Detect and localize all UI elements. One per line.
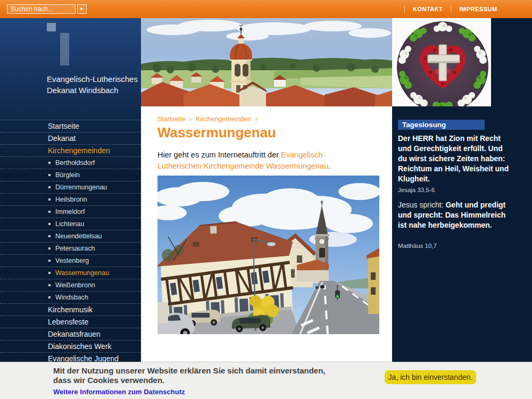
page-title: Wassermungenau <box>157 124 276 141</box>
breadcrumb-link-startseite[interactable]: Startseite <box>157 115 186 123</box>
intro-text: Hier geht es zum Internetauftritt der <box>157 151 281 159</box>
logo-icon <box>47 23 56 31</box>
sidebar-item-wassermungenau[interactable]: Wassermungenau <box>0 267 141 279</box>
cookie-accept-button[interactable]: Ja, ich bin einverstanden. <box>385 370 476 384</box>
sidebar-item-diakonisches-werk[interactable]: Diakonisches Werk <box>0 340 141 353</box>
sidebar-item-label: Weißenbronn <box>55 281 95 289</box>
sidebar-item-label: Vestenberg <box>55 257 89 264</box>
bullet-icon <box>48 223 51 225</box>
cookie-consent-bar: Mit der Nutzung unserer Website erklären… <box>0 362 532 399</box>
bullet-icon <box>48 296 51 298</box>
sidebar-item-weissenbronn[interactable]: Weißenbronn <box>0 279 141 292</box>
site-title-line2: Dekanat Windsbach <box>47 85 138 96</box>
impressum-link[interactable]: IMPRESSUM <box>451 6 505 12</box>
right-edge-building <box>367 248 379 314</box>
datenschutz-link[interactable]: Weitere Informationen zum Datenschutz <box>53 388 185 396</box>
sidebar-item-immeldorf[interactable]: Immeldorf <box>0 206 141 218</box>
bullet-icon <box>48 235 51 237</box>
header-photo-church-panorama <box>141 18 392 106</box>
search-input[interactable] <box>7 4 76 14</box>
sidebar-item-label: Wassermungenau <box>55 269 109 277</box>
sidebar-item-buerglein[interactable]: Bürglein <box>0 169 141 181</box>
verse2-intro: Jesus spricht: <box>398 201 445 209</box>
tageslosung-ref2: Matthäus 10,7 <box>398 243 437 249</box>
tageslosung-verse2: Jesus spricht: Geht und predigt und spre… <box>398 200 510 230</box>
sidebar-item-dekanatsfrauen[interactable]: Dekanatsfrauen <box>0 328 141 340</box>
header-photo-flower-heart <box>392 18 491 106</box>
top-bar: ► KONTAKT IMPRESSUM <box>0 0 532 18</box>
sidebar-item-kirchengemeinden[interactable]: Kirchengemeinden <box>0 145 141 157</box>
breadcrumb-separator: › <box>189 115 192 123</box>
sidebar-item-label: Immeldorf <box>55 208 85 215</box>
right-column: Tageslosung Der HERR hat Zion mit Recht … <box>392 18 532 399</box>
logo-icon <box>60 33 69 65</box>
bullet-icon <box>48 272 51 274</box>
sidebar-item-duerrenmungenau[interactable]: Dürrenmungenau <box>0 181 141 194</box>
sidebar-item-petersaurach[interactable]: Petersaurach <box>0 243 141 255</box>
sidebar: Evangelisch-Lutherisches Dekanat Windsba… <box>0 18 141 399</box>
tageslosung-ref1: Jesaja 33,5-6 <box>398 187 435 193</box>
bullet-icon <box>48 174 51 176</box>
sidebar-item-startseite[interactable]: Startseite <box>0 120 141 132</box>
intro-text-end: . <box>328 162 330 170</box>
cookie-message-line1: Mit der Nutzung unserer Website erklären… <box>53 366 326 375</box>
tageslosung-header: Tageslosung <box>398 120 485 130</box>
breadcrumb: Startseite › Kirchengemeinden › <box>157 115 260 123</box>
search-submit-button[interactable]: ► <box>77 4 87 14</box>
top-links: KONTAKT IMPRESSUM <box>404 0 505 18</box>
breadcrumb-separator: › <box>255 115 257 123</box>
search-box: ► <box>7 4 87 14</box>
sidebar-item-bertholdsdorf[interactable]: Bertholdsdorf <box>0 157 141 169</box>
sidebar-item-label: Windsbach <box>55 294 88 301</box>
sidebar-item-label: Petersaurach <box>55 245 95 252</box>
sidebar-item-label: Bürglein <box>55 171 80 179</box>
main-navigation: Startseite Dekanat Kirchengemeinden Bert… <box>0 120 141 386</box>
sidebar-item-vestenberg[interactable]: Vestenberg <box>0 255 141 267</box>
bullet-icon <box>48 162 51 164</box>
sidebar-item-neuendettelsau[interactable]: Neuendettelsau <box>0 230 141 243</box>
sidebar-item-label: Dürrenmungenau <box>55 184 107 191</box>
sidebar-item-windsbach[interactable]: Windsbach <box>0 292 141 304</box>
intro-paragraph: Hier geht es zum Internetauftritt der Ev… <box>157 149 354 172</box>
kontakt-link[interactable]: KONTAKT <box>405 6 451 12</box>
sidebar-item-label: Neuendettelsau <box>55 232 102 240</box>
sidebar-item-kirchenmusik[interactable]: Kirchenmusik <box>0 304 141 316</box>
sidebar-item-lebensfeste[interactable]: Lebensfeste <box>0 316 141 328</box>
bullet-icon <box>48 198 51 201</box>
sidebar-item-label: Bertholdsdorf <box>55 159 95 167</box>
breadcrumb-link-kirchengemeinden[interactable]: Kirchengemeinden <box>196 115 251 123</box>
sidebar-item-label: Heilsbronn <box>55 196 87 203</box>
bullet-icon <box>48 186 51 188</box>
sidebar-item-lichtenau[interactable]: Lichtenau <box>0 218 141 230</box>
content-photo-street-scene <box>157 176 379 334</box>
bullet-icon <box>48 211 51 213</box>
main-content: Startseite › Kirchengemeinden › Wassermu… <box>141 18 392 399</box>
sidebar-item-label: Lichtenau <box>55 220 84 228</box>
site-title: Evangelisch-Lutherisches Dekanat Windsba… <box>47 73 138 96</box>
tageslosung-verse1: Der HERR hat Zion mit Recht und Gerechti… <box>398 134 510 184</box>
site-title-line1: Evangelisch-Lutherisches <box>47 73 138 85</box>
sidebar-item-heilsbronn[interactable]: Heilsbronn <box>0 194 141 206</box>
cookie-message-line2: dass wir Cookies verwenden. <box>53 376 164 385</box>
bullet-icon <box>48 260 51 262</box>
bullet-icon <box>48 247 51 250</box>
bullet-icon <box>48 284 51 286</box>
sidebar-item-dekanat[interactable]: Dekanat <box>0 132 141 145</box>
